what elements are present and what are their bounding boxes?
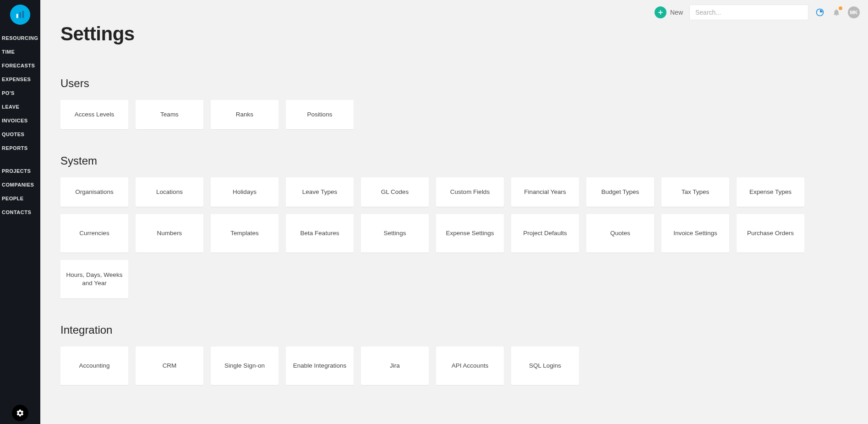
card-expense-types[interactable]: Expense Types (737, 177, 804, 207)
section-integration: Integration Accounting CRM Single Sign-o… (60, 324, 848, 385)
card-holidays[interactable]: Holidays (211, 177, 278, 207)
notification-dot (839, 6, 842, 10)
card-tax-types[interactable]: Tax Types (661, 177, 729, 207)
sidebar-item-time[interactable]: TIME (0, 45, 40, 59)
card-locations[interactable]: Locations (136, 177, 203, 207)
logo-icon (10, 5, 30, 25)
topbar: New MK (40, 0, 868, 21)
sidebar-item-resourcing[interactable]: RESOURCING (0, 31, 40, 45)
users-card-grid: Access Levels Teams Ranks Positions (60, 100, 848, 129)
card-ranks[interactable]: Ranks (211, 100, 278, 129)
card-api-accounts[interactable]: API Accounts (436, 347, 504, 385)
sidebar-item-pos[interactable]: PO'S (0, 86, 40, 100)
card-templates[interactable]: Templates (211, 214, 278, 253)
main: New MK Settings Users (40, 0, 868, 424)
card-leave-types[interactable]: Leave Types (286, 177, 354, 207)
sidebar-item-forecasts[interactable]: FORECASTS (0, 59, 40, 72)
nav-separator (0, 155, 40, 164)
card-expense-settings[interactable]: Expense Settings (436, 214, 504, 253)
card-single-sign-on[interactable]: Single Sign-on (211, 347, 278, 385)
card-enable-integrations[interactable]: Enable Integrations (286, 347, 354, 385)
search-input[interactable] (689, 5, 808, 20)
avatar[interactable]: MK (848, 6, 860, 18)
card-settings[interactable]: Settings (361, 214, 429, 253)
sidebar-item-contacts[interactable]: CONTACTS (0, 205, 40, 219)
card-beta-features[interactable]: Beta Features (286, 214, 354, 253)
card-purchase-orders[interactable]: Purchase Orders (737, 214, 804, 253)
page-title: Settings (60, 23, 848, 45)
section-integration-title: Integration (60, 324, 848, 336)
new-button-label: New (670, 9, 683, 16)
sidebar-item-reports[interactable]: REPORTS (0, 141, 40, 155)
sidebar-item-projects[interactable]: PROJECTS (0, 164, 40, 178)
content: Settings Users Access Levels Teams Ranks… (40, 21, 868, 424)
new-button[interactable]: New (655, 6, 683, 18)
card-jira[interactable]: Jira (361, 347, 429, 385)
logo[interactable] (0, 0, 40, 31)
sidebar-item-expenses[interactable]: EXPENSES (0, 72, 40, 86)
card-sql-logins[interactable]: SQL Logins (511, 347, 579, 385)
plus-icon (655, 6, 666, 18)
card-positions[interactable]: Positions (286, 100, 354, 129)
card-accounting[interactable]: Accounting (60, 347, 128, 385)
card-numbers[interactable]: Numbers (136, 214, 203, 253)
card-budget-types[interactable]: Budget Types (586, 177, 654, 207)
integration-card-grid: Accounting CRM Single Sign-on Enable Int… (60, 347, 848, 385)
card-project-defaults[interactable]: Project Defaults (511, 214, 579, 253)
card-custom-fields[interactable]: Custom Fields (436, 177, 504, 207)
sidebar-item-quotes[interactable]: QUOTES (0, 127, 40, 141)
system-card-grid: Organisations Locations Holidays Leave T… (60, 177, 848, 298)
section-system: System Organisations Locations Holidays … (60, 154, 848, 298)
sidebar-item-people[interactable]: PEOPLE (0, 192, 40, 205)
sidebar-item-invoices[interactable]: INVOICES (0, 114, 40, 127)
clock-button[interactable] (815, 7, 825, 17)
card-organisations[interactable]: Organisations (60, 177, 128, 207)
sidebar-item-leave[interactable]: LEAVE (0, 100, 40, 114)
svg-rect-0 (16, 14, 18, 18)
card-invoice-settings[interactable]: Invoice Settings (661, 214, 729, 253)
card-access-levels[interactable]: Access Levels (60, 100, 128, 129)
sidebar: RESOURCING TIME FORECASTS EXPENSES PO'S … (0, 0, 40, 424)
section-system-title: System (60, 154, 848, 167)
card-currencies[interactable]: Currencies (60, 214, 128, 253)
card-teams[interactable]: Teams (136, 100, 203, 129)
notifications-button[interactable] (831, 7, 841, 17)
sidebar-nav: RESOURCING TIME FORECASTS EXPENSES PO'S … (0, 31, 40, 219)
section-users-title: Users (60, 77, 848, 90)
card-hours-days-weeks-year[interactable]: Hours, Days, Weeks and Year (60, 260, 128, 298)
sidebar-item-companies[interactable]: COMPANIES (0, 178, 40, 192)
svg-rect-2 (22, 11, 24, 18)
card-quotes[interactable]: Quotes (586, 214, 654, 253)
section-users: Users Access Levels Teams Ranks Position… (60, 77, 848, 129)
gear-icon (16, 409, 24, 417)
card-crm[interactable]: CRM (136, 347, 203, 385)
card-gl-codes[interactable]: GL Codes (361, 177, 429, 207)
svg-rect-1 (19, 12, 21, 18)
settings-fab[interactable] (12, 405, 28, 421)
clock-icon (815, 8, 824, 17)
card-financial-years[interactable]: Financial Years (511, 177, 579, 207)
